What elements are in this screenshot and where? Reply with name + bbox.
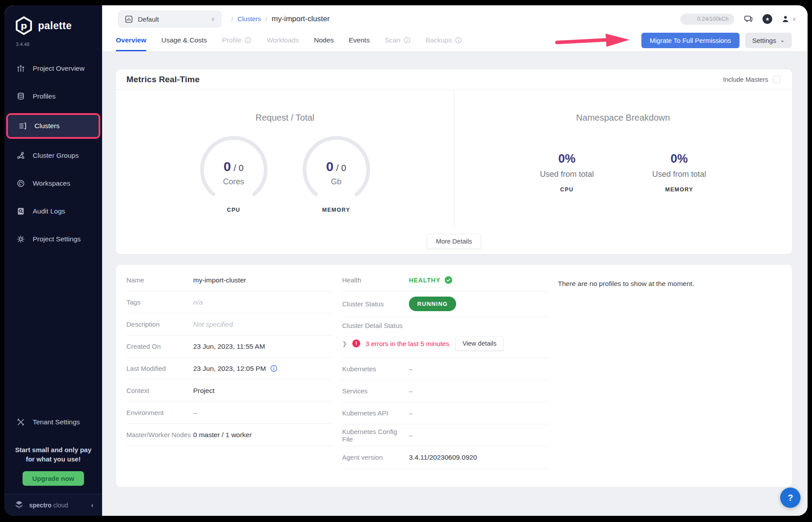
gauge-separator: /: [336, 163, 339, 173]
stat-label: Used from total: [540, 170, 594, 179]
gauge-value: 0: [224, 159, 231, 174]
rings-icon: [16, 179, 26, 188]
breadcrumb-clusters-link[interactable]: Clusters: [237, 15, 261, 23]
user-menu[interactable]: ∨: [781, 15, 796, 23]
error-message: 3 errors in the last 5 minutes: [366, 340, 449, 347]
sidebar-item-project-settings[interactable]: Project Settings: [4, 228, 102, 250]
info-icon: [244, 37, 252, 44]
chevron-down-icon: ∨: [211, 16, 215, 22]
gauge-total: 0: [341, 163, 346, 173]
tab-workloads: Workloads: [267, 29, 299, 51]
annotation-arrow-icon: [554, 31, 633, 49]
detail-row-tags: Tags n/a: [126, 291, 332, 313]
upgrade-now-button[interactable]: Upgrade now: [23, 471, 84, 486]
star-icon[interactable]: [762, 14, 772, 24]
cluster-list-icon: [18, 121, 27, 131]
migrate-permissions-button[interactable]: Migrate To Full Permissions: [641, 33, 740, 48]
gauge-separator: /: [234, 163, 236, 173]
stat-percentage: 0%: [558, 152, 576, 166]
detail-row-services: Services –: [342, 380, 549, 402]
details-column-status: Health HEALTHY Cluster Status RUNNING: [342, 269, 549, 487]
include-masters-checkbox[interactable]: [773, 76, 781, 83]
detail-value: n/a: [193, 298, 203, 306]
check-circle-icon: [444, 276, 453, 284]
details-column-profiles: There are no profiles to show at the mom…: [549, 269, 781, 487]
sidebar-item-cluster-groups[interactable]: Cluster Groups: [4, 145, 102, 167]
sidebar-item-profiles[interactable]: Profiles: [4, 85, 102, 107]
sidebar-item-label: Project Overview: [33, 65, 84, 72]
header-right: 0.24/100kCh ∨: [680, 14, 796, 25]
info-icon[interactable]: [270, 365, 278, 372]
header-row-tabs: Overview Usage & Costs Profile: [102, 29, 808, 51]
tab-label: Profile: [222, 36, 241, 44]
footer-brand-word1: spectro: [29, 502, 52, 509]
namespace-breakdown-panel: Namespace Breakdown 0% Used from total C…: [454, 90, 792, 254]
detail-row-name: Name my-import-cluster: [126, 269, 332, 291]
info-icon: [404, 37, 411, 44]
detail-label: Name: [126, 276, 193, 284]
tab-label: Backups: [426, 36, 452, 44]
detail-label: Description: [126, 320, 193, 328]
doc-search-icon: [16, 206, 26, 216]
sidebar-bottom: Tenant Settings Start small and only pay…: [4, 411, 102, 516]
detail-row-kubernetes-api: Kubernetes API –: [342, 402, 549, 424]
details-column-left: Name my-import-cluster Tags n/a Descript…: [126, 269, 332, 487]
view-details-button[interactable]: View details: [455, 336, 503, 351]
profiles-empty-message: There are no profiles to show at the mom…: [558, 280, 694, 287]
detail-label: Created On: [126, 343, 193, 350]
bar-chart-icon: [16, 64, 26, 73]
cpu-gauge: 0 / 0 Cores CPU: [198, 134, 269, 213]
cluster-details-card: Name my-import-cluster Tags n/a Descript…: [116, 265, 792, 487]
detail-row-last-modified: Last Modified 23 Jun, 2023, 12:05 PM: [126, 358, 332, 380]
sidebar-item-workspaces[interactable]: Workspaces: [4, 172, 102, 194]
expand-chevron-icon[interactable]: ❯: [342, 340, 347, 347]
sidebar-item-label: Project Settings: [33, 235, 81, 243]
sidebar-item-audit-logs[interactable]: Audit Logs: [4, 200, 102, 222]
detail-row-nodes: Master/Worker Nodes 0 master / 1 worker: [126, 424, 332, 446]
brand: p palette 3.4.48: [4, 5, 102, 47]
stat-label: Used from total: [652, 170, 706, 179]
tab-events[interactable]: Events: [349, 29, 370, 51]
detail-row-description: Description Not specified.: [126, 313, 332, 335]
header-row-top: Default ∨ / Clusters / my-import-cluster…: [102, 5, 808, 29]
project-selector[interactable]: Default ∨: [118, 11, 221, 27]
detail-row-health: Health HEALTHY: [342, 269, 549, 291]
project-selector-value: Default: [138, 15, 159, 23]
error-icon: [352, 339, 360, 347]
sidebar-item-label: Clusters: [34, 122, 60, 130]
request-total-panel: Request / Total 0: [116, 90, 454, 254]
metrics-body: Request / Total 0: [116, 90, 792, 254]
detail-label: Kubernetes: [342, 365, 409, 373]
sidebar-item-tenant-settings[interactable]: Tenant Settings: [4, 411, 102, 433]
tab-backups: Backups: [426, 29, 462, 51]
database-icon: [16, 91, 26, 101]
chat-icon[interactable]: [743, 14, 754, 24]
tab-overview[interactable]: Overview: [116, 29, 146, 51]
namespace-cpu-stat: 0% Used from total CPU: [534, 152, 600, 193]
detail-value: –: [409, 431, 413, 439]
detail-label: Kubernetes Config File: [342, 428, 409, 443]
tab-usage-costs[interactable]: Usage & Costs: [161, 29, 207, 51]
tools-icon: [16, 417, 26, 427]
gauge-value: 0: [326, 159, 334, 174]
sidebar-item-project-overview[interactable]: Project Overview: [4, 57, 102, 80]
tab-nodes[interactable]: Nodes: [314, 29, 334, 51]
detail-value: 3.4.11/20230609.0920: [409, 453, 477, 461]
detail-row-created-on: Created On 23 Jun, 2023, 11:55 AM: [126, 335, 332, 358]
detail-label: Agent version: [342, 453, 409, 461]
content: Metrics Real-Time Include Masters Reques…: [102, 52, 808, 516]
detail-label: Kubernetes API: [342, 409, 409, 417]
sidebar-item-clusters[interactable]: Clusters: [8, 115, 99, 137]
header-actions: Migrate To Full Permissions Settings ⌄: [554, 31, 792, 49]
gauge-unit: Gb: [331, 177, 341, 187]
usage-badge: 0.24/100kCh: [680, 14, 734, 25]
breadcrumb-separator: /: [231, 15, 233, 23]
info-icon: [455, 37, 462, 44]
network-icon: [16, 151, 26, 160]
page-title: my-import-cluster: [272, 15, 330, 23]
more-details-button[interactable]: More Details: [427, 234, 481, 249]
tab-label: Usage & Costs: [161, 36, 207, 44]
settings-button[interactable]: Settings ⌄: [745, 33, 792, 48]
help-button[interactable]: ?: [780, 488, 801, 508]
collapse-sidebar-icon[interactable]: ‹: [91, 501, 93, 509]
